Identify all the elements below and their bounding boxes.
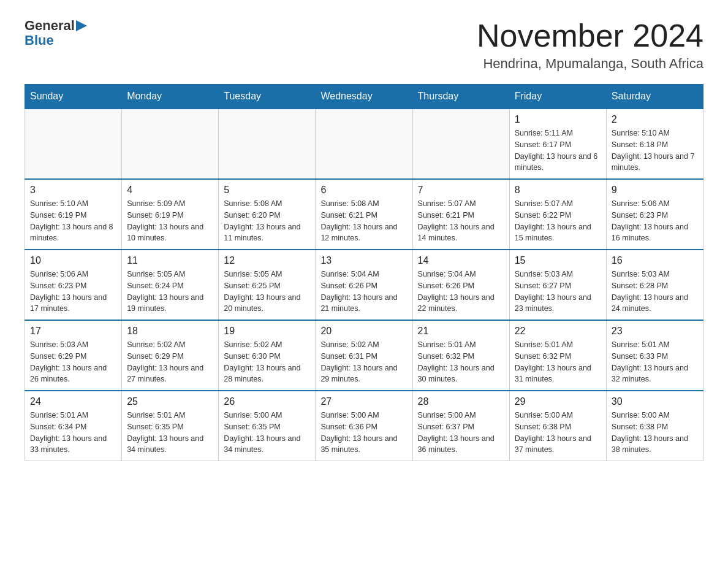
day-info: Sunrise: 5:06 AMSunset: 6:23 PMDaylight:… [612,198,698,244]
day-number: 30 [612,396,698,407]
calendar-cell: 11Sunrise: 5:05 AMSunset: 6:24 PMDayligh… [122,250,219,320]
day-number: 2 [612,114,698,125]
logo: General Blue [25,18,87,48]
day-info: Sunrise: 5:03 AMSunset: 6:27 PMDaylight:… [515,269,601,315]
calendar-day-header: Monday [122,85,219,109]
day-info: Sunrise: 5:03 AMSunset: 6:28 PMDaylight:… [612,269,698,315]
calendar-week-row: 24Sunrise: 5:01 AMSunset: 6:34 PMDayligh… [25,391,703,461]
calendar-cell: 30Sunrise: 5:00 AMSunset: 6:38 PMDayligh… [606,391,703,461]
calendar-cell: 26Sunrise: 5:00 AMSunset: 6:35 PMDayligh… [219,391,316,461]
day-number: 14 [418,255,504,266]
calendar-cell: 14Sunrise: 5:04 AMSunset: 6:26 PMDayligh… [412,250,509,320]
day-info: Sunrise: 5:10 AMSunset: 6:19 PMDaylight:… [30,198,116,244]
calendar-cell: 4Sunrise: 5:09 AMSunset: 6:19 PMDaylight… [122,179,219,250]
calendar-cell: 18Sunrise: 5:02 AMSunset: 6:29 PMDayligh… [122,320,219,391]
day-number: 28 [418,396,504,407]
day-info: Sunrise: 5:01 AMSunset: 6:33 PMDaylight:… [612,339,698,385]
day-info: Sunrise: 5:03 AMSunset: 6:29 PMDaylight:… [30,339,116,385]
day-info: Sunrise: 5:08 AMSunset: 6:20 PMDaylight:… [224,198,310,244]
calendar-cell: 20Sunrise: 5:02 AMSunset: 6:31 PMDayligh… [316,320,412,391]
calendar-week-row: 3Sunrise: 5:10 AMSunset: 6:19 PMDaylight… [25,179,703,250]
day-number: 19 [224,326,310,337]
day-info: Sunrise: 5:00 AMSunset: 6:38 PMDaylight:… [515,410,601,456]
calendar-cell: 29Sunrise: 5:00 AMSunset: 6:38 PMDayligh… [509,391,606,461]
calendar-day-header: Friday [509,85,606,109]
day-info: Sunrise: 5:01 AMSunset: 6:32 PMDaylight:… [515,339,601,385]
day-number: 22 [515,326,601,337]
day-info: Sunrise: 5:07 AMSunset: 6:22 PMDaylight:… [515,198,601,244]
day-info: Sunrise: 5:07 AMSunset: 6:21 PMDaylight:… [418,198,504,244]
day-info: Sunrise: 5:09 AMSunset: 6:19 PMDaylight:… [127,198,213,244]
day-number: 15 [515,255,601,266]
day-number: 7 [418,185,504,196]
calendar-cell: 21Sunrise: 5:01 AMSunset: 6:32 PMDayligh… [412,320,509,391]
calendar-day-header: Saturday [606,85,703,109]
day-number: 25 [127,396,213,407]
day-info: Sunrise: 5:04 AMSunset: 6:26 PMDaylight:… [418,269,504,315]
day-number: 12 [224,255,310,266]
day-number: 3 [30,185,116,196]
calendar-table: SundayMondayTuesdayWednesdayThursdayFrid… [25,84,703,461]
day-info: Sunrise: 5:11 AMSunset: 6:17 PMDaylight:… [515,128,601,174]
calendar-cell [219,109,316,179]
day-info: Sunrise: 5:10 AMSunset: 6:18 PMDaylight:… [612,128,698,174]
day-info: Sunrise: 5:02 AMSunset: 6:31 PMDaylight:… [320,339,407,385]
calendar-cell: 6Sunrise: 5:08 AMSunset: 6:21 PMDaylight… [316,179,412,250]
calendar-week-row: 1Sunrise: 5:11 AMSunset: 6:17 PMDaylight… [25,109,703,179]
day-info: Sunrise: 5:04 AMSunset: 6:26 PMDaylight:… [320,269,407,315]
calendar-cell: 16Sunrise: 5:03 AMSunset: 6:28 PMDayligh… [606,250,703,320]
day-number: 13 [320,255,407,266]
calendar-day-header: Thursday [412,85,509,109]
day-number: 16 [612,255,698,266]
calendar-cell: 17Sunrise: 5:03 AMSunset: 6:29 PMDayligh… [25,320,122,391]
calendar-cell: 8Sunrise: 5:07 AMSunset: 6:22 PMDaylight… [509,179,606,250]
day-number: 27 [320,396,407,407]
calendar-cell: 12Sunrise: 5:05 AMSunset: 6:25 PMDayligh… [219,250,316,320]
day-info: Sunrise: 5:01 AMSunset: 6:34 PMDaylight:… [30,410,116,456]
calendar-cell: 27Sunrise: 5:00 AMSunset: 6:36 PMDayligh… [316,391,412,461]
calendar-cell: 9Sunrise: 5:06 AMSunset: 6:23 PMDaylight… [606,179,703,250]
day-number: 21 [418,326,504,337]
calendar-cell: 7Sunrise: 5:07 AMSunset: 6:21 PMDaylight… [412,179,509,250]
calendar-cell: 28Sunrise: 5:00 AMSunset: 6:37 PMDayligh… [412,391,509,461]
day-number: 8 [515,185,601,196]
day-number: 18 [127,326,213,337]
day-number: 20 [320,326,407,337]
calendar-cell: 13Sunrise: 5:04 AMSunset: 6:26 PMDayligh… [316,250,412,320]
calendar-cell [412,109,509,179]
day-number: 23 [612,326,698,337]
day-info: Sunrise: 5:08 AMSunset: 6:21 PMDaylight:… [320,198,407,244]
calendar-cell: 24Sunrise: 5:01 AMSunset: 6:34 PMDayligh… [25,391,122,461]
calendar-header-row: SundayMondayTuesdayWednesdayThursdayFrid… [25,85,703,109]
calendar-cell: 19Sunrise: 5:02 AMSunset: 6:30 PMDayligh… [219,320,316,391]
logo-general-text: General [25,18,75,33]
day-info: Sunrise: 5:00 AMSunset: 6:36 PMDaylight:… [320,410,407,456]
calendar-week-row: 10Sunrise: 5:06 AMSunset: 6:23 PMDayligh… [25,250,703,320]
day-info: Sunrise: 5:02 AMSunset: 6:30 PMDaylight:… [224,339,310,385]
day-number: 9 [612,185,698,196]
title-block: November 2024 Hendrina, Mpumalanga, Sout… [477,18,703,72]
logo-blue-text: Blue [25,33,54,48]
day-number: 1 [515,114,601,125]
day-number: 17 [30,326,116,337]
day-info: Sunrise: 5:01 AMSunset: 6:35 PMDaylight:… [127,410,213,456]
calendar-cell: 3Sunrise: 5:10 AMSunset: 6:19 PMDaylight… [25,179,122,250]
calendar-cell: 25Sunrise: 5:01 AMSunset: 6:35 PMDayligh… [122,391,219,461]
day-number: 11 [127,255,213,266]
day-number: 26 [224,396,310,407]
day-number: 5 [224,185,310,196]
day-number: 29 [515,396,601,407]
calendar-cell: 23Sunrise: 5:01 AMSunset: 6:33 PMDayligh… [606,320,703,391]
day-info: Sunrise: 5:05 AMSunset: 6:25 PMDaylight:… [224,269,310,315]
calendar-cell: 5Sunrise: 5:08 AMSunset: 6:20 PMDaylight… [219,179,316,250]
calendar-week-row: 17Sunrise: 5:03 AMSunset: 6:29 PMDayligh… [25,320,703,391]
calendar-subtitle: Hendrina, Mpumalanga, South Africa [477,56,703,72]
day-info: Sunrise: 5:00 AMSunset: 6:38 PMDaylight:… [612,410,698,456]
day-info: Sunrise: 5:05 AMSunset: 6:24 PMDaylight:… [127,269,213,315]
day-number: 6 [320,185,407,196]
day-info: Sunrise: 5:02 AMSunset: 6:29 PMDaylight:… [127,339,213,385]
calendar-cell [25,109,122,179]
calendar-cell [316,109,412,179]
calendar-day-header: Wednesday [316,85,412,109]
svg-marker-0 [76,20,87,31]
